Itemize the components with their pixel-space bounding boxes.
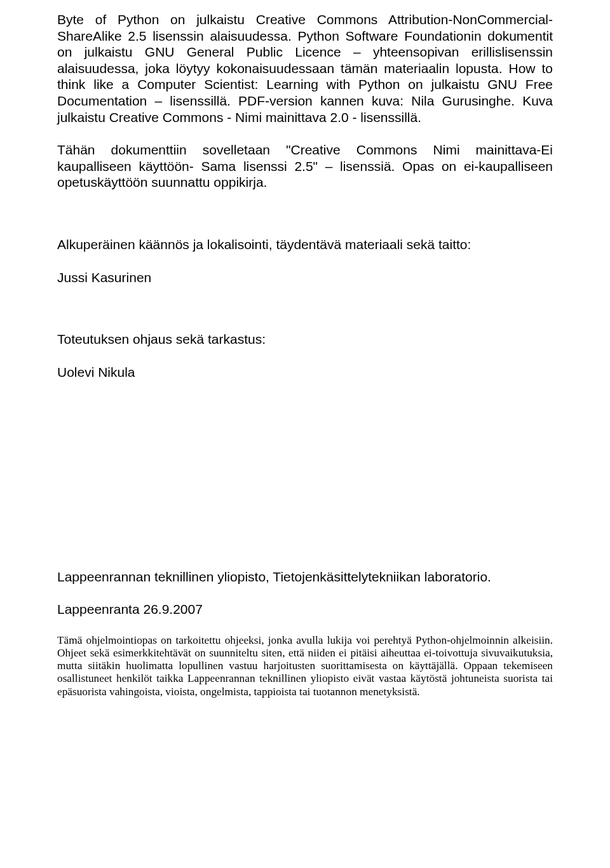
spacer	[57, 397, 553, 569]
spacer	[57, 302, 553, 331]
credits-name-nikula: Uolevi Nikula	[57, 364, 553, 381]
disclaimer-paragraph: Tämä ohjelmointiopas on tarkoitettu ohje…	[57, 634, 553, 698]
credits-heading-supervision: Toteutuksen ohjaus sekä tarkastus:	[57, 331, 553, 348]
credits-heading-translation: Alkuperäinen käännös ja lokalisointi, tä…	[57, 236, 553, 253]
license-paragraph-2: Tähän dokumenttiin sovelletaan "Creative…	[57, 142, 553, 191]
date-line: Lappeenranta 26.9.2007	[57, 601, 553, 618]
spacer	[57, 207, 553, 236]
affiliation-line: Lappeenrannan teknillinen yliopisto, Tie…	[57, 569, 553, 585]
license-paragraph-1: Byte of Python on julkaistu Creative Com…	[57, 11, 553, 125]
document-page: Byte of Python on julkaistu Creative Com…	[0, 0, 610, 868]
credits-name-kasurinen: Jussi Kasurinen	[57, 269, 553, 286]
